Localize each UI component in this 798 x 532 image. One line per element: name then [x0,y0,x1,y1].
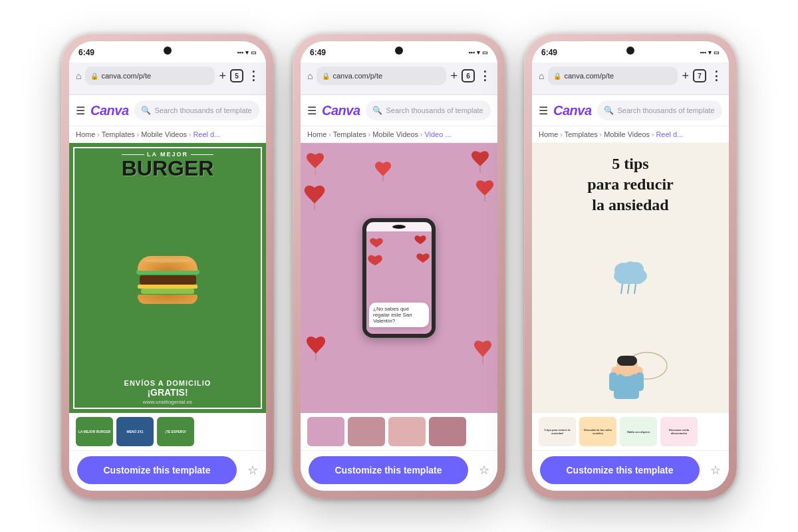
brain-cloud-area [610,257,650,294]
breadcrumb-templates-1[interactable]: Templates [102,130,135,138]
svg-line-13 [634,284,636,294]
hamburger-icon-2[interactable]: ☰ [307,104,317,117]
heart-6 [473,336,492,366]
url-bar-3[interactable]: 🔒 canva.com/p/te [548,66,678,85]
canva-logo-2[interactable]: Canva [322,103,360,118]
breadcrumb-video-2: Video ... [424,130,451,138]
breadcrumb-sep-1a: › [97,131,99,138]
customize-btn-1[interactable]: Customize this template [77,456,237,484]
star-icon-3[interactable]: ☆ [710,463,721,477]
status-time-1: 6:49 [78,48,94,57]
home-icon-3: ⌂ [539,70,544,81]
browser-menu-2[interactable]: ⋮ [479,68,491,83]
thumb-2-2[interactable] [348,417,385,446]
thumb-label-3-4: Descansa cuida alimentación [660,427,698,436]
canva-header-2: ☰ Canva 🔍 Search thousands of template [301,95,497,126]
phone-2-outer: 6:49 ▪▪▪ ▾ ▭ ⌂ 🔒 [293,33,505,499]
star-icon-1[interactable]: ☆ [247,463,258,477]
browser-chrome-2: ⌂ 🔒 canva.com/p/te + 6 ⋮ [301,63,497,95]
breadcrumb-home-1[interactable]: Home [76,130,95,138]
canva-header-3: ☰ Canva 🔍 Search thousands of template [532,95,729,126]
url-bar-1[interactable]: 🔒 canva.com/p/te [85,66,215,85]
breadcrumb-templates-2[interactable]: Templates [333,130,366,138]
tips-line3: la ansiedad [592,196,668,213]
bottom-btn-row-1: Customize this template ☆ [77,456,258,484]
thumb-label-1-2: MENÚ 2X1 [125,428,144,435]
customize-btn-2[interactable]: Customize this template [309,456,468,484]
browser-menu-3[interactable]: ⋮ [710,68,722,83]
thumb-3-3[interactable]: Habla con alguien [620,417,657,446]
search-bar-2[interactable]: 🔍 Search thousands of template [366,100,491,120]
tab-count-3[interactable]: 7 [693,69,706,82]
heart-4 [476,176,493,204]
hamburger-icon-3[interactable]: ☰ [539,104,548,117]
browser-chrome-1: ⌂ 🔒 canva.com/p/te + 5 ⋮ [69,63,266,95]
thumb-1-1[interactable]: LA MEJOR BURGER [76,417,113,446]
thumb-1-2[interactable]: MENÚ 2X1 [116,417,154,446]
thumb-3-2[interactable]: Descuida de las redes sociales [579,417,616,446]
tips-line1: 5 tips [612,155,648,172]
thumb-2-3[interactable] [388,417,426,446]
canva-header-1: ☰ Canva 🔍 Search thousands of template [69,95,266,126]
browser-menu-1[interactable]: ⋮ [247,68,259,83]
breadcrumb-mobile-1[interactable]: Mobile Videos [141,130,187,138]
person-svg [591,336,670,402]
thumb-3-1[interactable]: 5 tips para reducir la ansiedad [539,417,576,446]
camera-3 [626,47,634,55]
star-icon-2[interactable]: ☆ [479,463,489,477]
breadcrumb-mobile-3[interactable]: Mobile Videos [604,130,650,138]
search-placeholder-1: Search thousands of template [155,106,252,114]
tab-count-1[interactable]: 5 [230,69,243,82]
new-tab-btn-1[interactable]: + [219,69,226,83]
home-icon-2: ⌂ [307,70,313,81]
status-bar-3: 6:49 ▪▪▪ ▾ ▭ [532,41,729,63]
status-bar-2: 6:49 ▪▪▪ ▾ ▭ [301,41,497,63]
burger-bottom-text: ENVÍOS A DOMICILIO ¡GRATIS! www.unsitiog… [124,379,211,405]
home-icon-1: ⌂ [76,70,81,81]
breadcrumb-reel-3: Reel d... [656,130,683,138]
thumb-3-4[interactable]: Descansa cuida alimentación [660,417,698,446]
camera-1 [164,47,172,55]
search-icon-2: 🔍 [372,106,382,115]
status-bar-1: 6:49 ▪▪▪ ▾ ▭ [69,41,266,63]
breadcrumb-sep-2c: › [420,131,422,138]
phone-3-outer: 6:49 ▪▪▪ ▾ ▭ ⌂ 🔒 [524,33,737,499]
burger-image [124,253,211,306]
hamburger-icon-1[interactable]: ☰ [76,104,85,117]
phone-1: 6:49 ▪▪▪ ▾ ▭ ⌂ 🔒 [61,33,274,499]
customize-btn-3[interactable]: Customize this template [540,456,700,484]
canva-logo-1[interactable]: Canva [90,103,129,118]
url-bar-2[interactable]: 🔒 canva.com/p/te [317,66,446,85]
inner-heart-2 [414,233,426,245]
search-bar-3[interactable]: 🔍 Search thousands of template [597,100,722,120]
camera-2 [395,47,403,55]
canva-logo-3[interactable]: Canva [553,103,592,118]
search-bar-1[interactable]: 🔍 Search thousands of template [134,100,259,120]
thumb-1-3[interactable]: ¡TE ESPERO! [157,417,194,446]
breadcrumb-templates-3[interactable]: Templates [565,130,598,138]
phone-1-inner: 6:49 ▪▪▪ ▾ ▭ ⌂ 🔒 [69,41,266,491]
signal-icon-2: ▪▪▪ [468,49,475,56]
breadcrumb-mobile-2[interactable]: Mobile Videos [372,130,418,138]
thumb-2-4[interactable] [429,417,466,446]
new-tab-btn-2[interactable]: + [450,69,458,83]
template-content-1: LA MEJOR BURGER [69,143,266,450]
bottom-btn-row-3: Customize this template ☆ [540,456,721,484]
new-tab-btn-3[interactable]: + [682,69,689,83]
tab-count-2[interactable]: 6 [462,69,475,82]
breadcrumb-reel-1: Reel d... [193,130,220,138]
signal-icon-1: ▪▪▪ [237,49,243,56]
phones-container: 6:49 ▪▪▪ ▾ ▭ ⌂ 🔒 [61,33,737,499]
thumb-2-1[interactable] [307,417,344,446]
breadcrumb-home-2[interactable]: Home [307,130,327,138]
heart-5 [306,331,326,363]
brain-cloud [610,257,650,284]
breadcrumb-home-3[interactable]: Home [539,130,558,138]
thumb-label-3-2: Descuida de las redes sociales [579,427,616,436]
envios-text: ENVÍOS A DOMICILIO [124,379,211,387]
wifi-icon-3: ▾ [708,49,712,56]
url-row-2: ⌂ 🔒 canva.com/p/te + 6 ⋮ [307,66,491,85]
status-icons-1: ▪▪▪ ▾ ▭ [237,49,257,56]
breadcrumb-2: Home › Templates › Mobile Videos › Video… [301,126,497,143]
tips-line2: para reducir [587,176,674,193]
